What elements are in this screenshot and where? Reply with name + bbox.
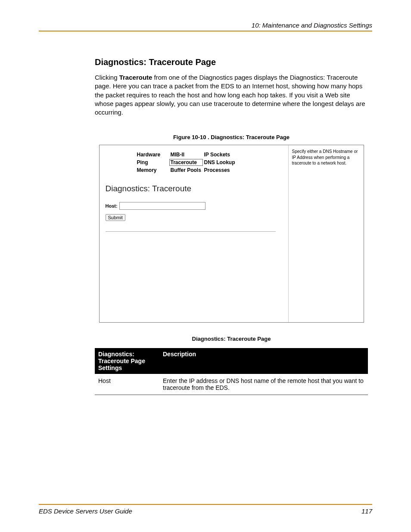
host-input[interactable]	[119, 202, 206, 210]
para-text-pre: Clicking	[95, 74, 119, 81]
screenshot-frame: Hardware MIB-II IP Sockets Ping Tracerou…	[99, 145, 364, 323]
submit-button[interactable]: Submit	[106, 214, 125, 221]
host-label: Host:	[106, 203, 118, 208]
chapter-title: 10: Maintenance and Diagnostics Settings	[252, 22, 372, 29]
help-text: Specify either a DNS Hostname or IP Addr…	[292, 149, 358, 165]
screenshot-title: Diagnostics: Traceroute	[106, 184, 282, 193]
section-paragraph: Clicking Traceroute from one of the Diag…	[95, 73, 368, 117]
para-bold: Traceroute	[119, 74, 153, 81]
settings-table: Diagnostics: Traceroute Page Settings De…	[95, 348, 368, 395]
nav-memory[interactable]: Memory	[136, 167, 169, 174]
footer-left: EDS Device Servers User Guide	[39, 507, 132, 515]
nav-hardware[interactable]: Hardware	[136, 151, 169, 158]
nav-processes[interactable]: Processes	[203, 167, 237, 174]
submit-row: Submit	[106, 213, 282, 221]
nav-traceroute[interactable]: Traceroute	[169, 159, 203, 166]
screenshot-main-panel: Hardware MIB-II IP Sockets Ping Tracerou…	[100, 145, 288, 322]
page: 10: Maintenance and Diagnostics Settings…	[0, 0, 411, 532]
footer-page-number: 117	[361, 507, 372, 515]
screenshot-nav: Hardware MIB-II IP Sockets Ping Tracerou…	[136, 151, 282, 174]
nav-dns-lookup[interactable]: DNS Lookup	[203, 159, 237, 166]
nav-buffer-pools[interactable]: Buffer Pools	[169, 167, 203, 174]
screenshot-divider	[106, 231, 276, 232]
nav-ping[interactable]: Ping	[136, 159, 169, 166]
table-row: Host Enter the IP address or DNS host na…	[95, 374, 368, 395]
page-header: 10: Maintenance and Diagnostics Settings	[39, 22, 372, 31]
nav-mib-ii[interactable]: MIB-II	[169, 151, 203, 158]
table-cell-desc: Enter the IP address or DNS host name of…	[159, 374, 368, 395]
section-heading: Diagnostics: Traceroute Page	[95, 57, 368, 67]
table-header-settings: Diagnostics: Traceroute Page Settings	[95, 348, 159, 374]
table-header-row: Diagnostics: Traceroute Page Settings De…	[95, 348, 368, 374]
figure-caption: Figure 10-10 . Diagnostics: Traceroute P…	[95, 134, 368, 140]
nav-row-2: Ping Traceroute DNS Lookup	[136, 159, 282, 166]
content-area: Diagnostics: Traceroute Page Clicking Tr…	[95, 57, 368, 395]
table-cell-setting: Host	[95, 374, 159, 395]
nav-row-3: Memory Buffer Pools Processes	[136, 167, 282, 174]
table-caption: Diagnostics: Traceroute Page	[95, 336, 368, 342]
table-header-description: Description	[159, 348, 368, 374]
page-footer: EDS Device Servers User Guide 117	[39, 504, 372, 515]
nav-row-1: Hardware MIB-II IP Sockets	[136, 151, 282, 158]
host-row: Host:	[106, 202, 282, 210]
nav-ip-sockets[interactable]: IP Sockets	[203, 151, 237, 158]
screenshot-help-panel: Specify either a DNS Hostname or IP Addr…	[288, 145, 364, 322]
